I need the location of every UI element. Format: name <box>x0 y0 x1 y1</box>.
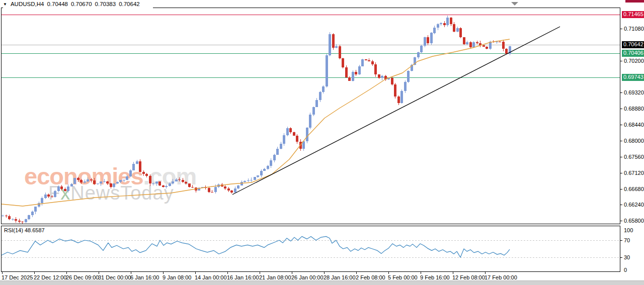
candle-body <box>116 182 119 183</box>
candle-body <box>391 78 393 84</box>
candle-body <box>2 216 4 216</box>
candle-body <box>394 84 396 96</box>
candle-body <box>106 181 109 183</box>
candle-body <box>430 33 433 43</box>
candle-body <box>21 222 24 222</box>
candle-body <box>420 46 423 53</box>
candle-body <box>293 132 295 136</box>
candle-body <box>355 72 357 74</box>
candle-body <box>499 42 501 42</box>
candle-body <box>342 58 344 68</box>
candle-body <box>257 175 259 177</box>
chart-canvas[interactable] <box>0 0 644 285</box>
candle-body <box>44 195 47 198</box>
candle-body <box>505 49 508 54</box>
candle-body <box>312 107 315 115</box>
candle-body <box>136 161 138 164</box>
candle-body <box>263 169 266 171</box>
candle-body <box>182 180 184 182</box>
candle-body <box>5 216 8 216</box>
candle-body <box>208 188 210 192</box>
candle-body <box>172 181 174 184</box>
candle-body <box>404 82 407 91</box>
rsi-indicator-label: RSI(14) 48.6587 <box>4 227 45 233</box>
symbol-ohlc-header: ▼AUDUSD,H40.704480.706700.703830.70642 <box>3 1 153 9</box>
candle-body <box>18 221 21 222</box>
candle-body <box>54 191 56 197</box>
candle-body <box>453 24 455 32</box>
candle-body <box>378 74 380 78</box>
candle-body <box>329 34 331 56</box>
symbol-period-label: AUDUSD,H4 <box>11 1 44 7</box>
candle-body <box>175 179 178 181</box>
candle-body <box>345 67 348 77</box>
candle-body <box>188 183 191 187</box>
chevron-down-icon[interactable]: ▼ <box>3 2 7 7</box>
candle-body <box>250 180 253 180</box>
candle-body <box>361 59 364 66</box>
candle-body <box>126 176 128 180</box>
rsi-line <box>2 236 510 257</box>
candle-body <box>352 72 354 81</box>
candle-body <box>273 155 276 161</box>
candle-body <box>80 180 83 182</box>
candle-body <box>185 182 187 183</box>
candle-body <box>25 219 27 222</box>
candle-body <box>371 61 374 64</box>
candle-body <box>322 86 325 92</box>
candle-body <box>139 161 141 171</box>
close-value: 0.70642 <box>119 1 140 7</box>
candle-body <box>12 219 14 220</box>
candle-body <box>70 184 73 187</box>
candle-body <box>28 215 30 219</box>
candle-body <box>110 183 112 186</box>
candle-body <box>100 181 102 183</box>
candle-body <box>267 166 269 169</box>
candle-body <box>424 37 426 46</box>
candle-body <box>145 174 148 176</box>
candle-body <box>456 28 459 32</box>
candle-body <box>162 185 165 187</box>
open-value: 0.70448 <box>47 1 68 7</box>
candle-body <box>358 66 361 75</box>
candle-body <box>240 182 243 186</box>
candle-body <box>67 186 69 191</box>
candle-body <box>381 76 383 78</box>
candle-body <box>64 189 66 191</box>
candle-body <box>397 97 400 103</box>
candle-body <box>169 183 171 185</box>
low-value: 0.70383 <box>95 1 116 7</box>
candle-body <box>407 71 410 82</box>
candle-body <box>93 180 96 184</box>
candle-body <box>60 186 63 189</box>
candle-body <box>152 183 154 184</box>
candle-body <box>319 92 321 100</box>
candle-body <box>254 177 256 179</box>
candle-body <box>149 176 151 183</box>
candle-body <box>224 186 226 188</box>
candle-body <box>339 46 341 58</box>
candle-body <box>446 18 449 25</box>
candle-body <box>374 64 377 75</box>
trendline <box>232 27 560 195</box>
candle-body <box>77 178 79 179</box>
candle-body <box>309 115 311 128</box>
candle-body <box>306 128 308 141</box>
candle-body <box>469 42 472 47</box>
candle-body <box>15 219 17 221</box>
trading-chart-window: economies.com FxNewsToday ▼AUDUSD,H40.70… <box>0 0 644 285</box>
candle-body <box>97 183 99 184</box>
candle-body <box>84 181 86 182</box>
candle-body <box>270 160 272 166</box>
candle-body <box>450 18 452 25</box>
candle-body <box>165 186 168 187</box>
candle-body <box>289 128 292 132</box>
candle-body <box>129 170 132 177</box>
candle-body <box>73 178 76 183</box>
candle-body <box>57 186 60 192</box>
candle-body <box>211 192 213 193</box>
candle-body <box>437 24 439 28</box>
candle-body <box>476 42 478 43</box>
candle-body <box>433 28 436 33</box>
candle-body <box>41 198 43 204</box>
